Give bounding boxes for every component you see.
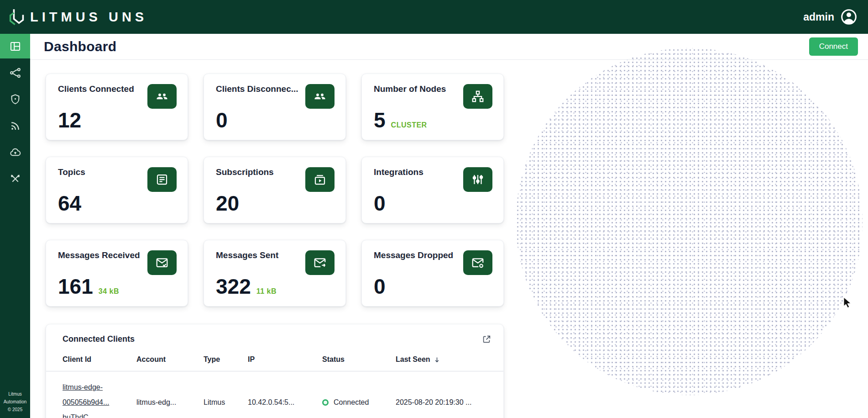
- card-title: Clients Disconnec...: [216, 84, 298, 94]
- dashboard-icon: [9, 40, 21, 53]
- card-title: Integrations: [374, 167, 424, 177]
- col-header-account[interactable]: Account: [136, 350, 204, 371]
- groups-icon: [305, 84, 335, 109]
- card-value: 20: [216, 193, 239, 214]
- tune-icon: [463, 167, 492, 192]
- litmus-logo-icon: [7, 8, 26, 26]
- card-value: 322: [216, 276, 251, 297]
- sidebar-item-security[interactable]: [0, 87, 30, 111]
- mail-dropped-icon: [463, 250, 492, 275]
- stat-card-integrations: Integrations 0: [361, 157, 504, 223]
- card-value: 161: [58, 276, 93, 297]
- sidebar-item-flows[interactable]: [0, 60, 30, 85]
- card-value: 12: [58, 110, 81, 131]
- stat-card-clients-connected: Clients Connected 12: [46, 74, 188, 140]
- brand-title: LITMUS UNS: [30, 10, 147, 25]
- mail-sent-icon: [305, 250, 335, 275]
- card-title: Topics: [58, 167, 87, 177]
- shield-icon: [9, 93, 21, 106]
- client-id-link[interactable]: litmus-edge- 005056b9d4... buThdC: [63, 380, 133, 418]
- rss-icon: [9, 120, 21, 132]
- col-header-client-id[interactable]: Client Id: [46, 350, 136, 371]
- card-value: 5: [374, 110, 386, 131]
- connect-button[interactable]: Connect: [809, 37, 858, 56]
- sidebar-item-cloud[interactable]: [0, 140, 30, 164]
- sort-descending-icon[interactable]: [433, 355, 441, 364]
- card-value: 64: [58, 193, 81, 214]
- card-title: Clients Connected: [58, 84, 134, 94]
- card-value: 0: [374, 276, 386, 297]
- connected-clients-panel: Connected Clients Client Id Account Type…: [46, 324, 504, 418]
- card-title: Subscriptions: [216, 167, 274, 177]
- footer-line: Litmus: [4, 390, 27, 398]
- panel-title: Connected Clients: [63, 334, 135, 344]
- user-avatar-icon[interactable]: [840, 8, 858, 26]
- page-title: Dashboard: [44, 39, 116, 54]
- user-area[interactable]: admin: [803, 8, 858, 26]
- sidebar-item-tools[interactable]: [0, 166, 30, 191]
- cell-account: litmus-edg...: [136, 371, 204, 418]
- open-in-new-icon[interactable]: [481, 334, 492, 344]
- main-content: Dashboard Connect Clients Connected 12: [30, 34, 868, 418]
- cell-type: Litmus: [204, 371, 248, 418]
- connected-clients-table: Client Id Account Type IP Status Last Se…: [46, 350, 503, 418]
- col-header-ip[interactable]: IP: [248, 350, 322, 371]
- titlebar: Dashboard Connect: [30, 34, 868, 60]
- card-title: Messages Sent: [216, 250, 278, 260]
- cloud-icon: [9, 146, 21, 159]
- card-badge: CLUSTER: [391, 121, 427, 129]
- col-header-last-seen[interactable]: Last Seen: [396, 350, 503, 371]
- card-value: 0: [216, 110, 228, 131]
- stat-card-messages-sent: Messages Sent 322 11 kB: [204, 240, 346, 307]
- article-icon: [147, 167, 177, 192]
- table-header-row: Client Id Account Type IP Status Last Se…: [46, 350, 503, 371]
- user-name: admin: [803, 11, 834, 23]
- stat-cards-grid: Clients Connected 12 Clients Disconnec..…: [46, 74, 504, 307]
- sidebar-footer: Litmus Automation © 2025: [4, 390, 27, 418]
- table-row[interactable]: litmus-edge- 005056b9d4... buThdC litmus…: [46, 371, 503, 418]
- groups-icon: [147, 84, 177, 109]
- cluster-icon: [463, 84, 492, 109]
- app-header: LITMUS UNS admin: [0, 0, 868, 34]
- sidebar-item-streams[interactable]: [0, 113, 30, 138]
- card-badge: 34 kB: [99, 287, 119, 296]
- card-title: Number of Nodes: [374, 84, 446, 94]
- stat-card-number-of-nodes: Number of Nodes 5 CLUSTER: [361, 74, 504, 140]
- col-header-status[interactable]: Status: [322, 350, 396, 371]
- stat-card-clients-disconnected: Clients Disconnec... 0: [204, 74, 346, 140]
- footer-line: © 2025: [4, 406, 27, 413]
- card-value: 0: [374, 193, 386, 214]
- stat-card-topics: Topics 64: [46, 157, 188, 223]
- col-header-label: Last Seen: [396, 355, 430, 364]
- flow-icon: [9, 67, 21, 79]
- brand[interactable]: LITMUS UNS: [7, 8, 147, 26]
- stat-card-messages-dropped: Messages Dropped 0: [361, 240, 504, 307]
- tools-icon: [9, 173, 21, 185]
- card-badge: 11 kB: [256, 287, 277, 296]
- subscriptions-icon: [305, 167, 335, 192]
- sidebar: Litmus Automation © 2025: [0, 34, 30, 418]
- cell-ip: 10.42.0.54:5...: [248, 371, 322, 418]
- status-connected-icon: [322, 399, 329, 406]
- cell-last-seen: 2025-08-20 20:19:30 ...: [396, 371, 503, 418]
- card-title: Messages Dropped: [374, 250, 453, 260]
- stat-card-subscriptions: Subscriptions 20: [204, 157, 346, 223]
- stat-card-messages-received: Messages Received 161 34 kB: [46, 240, 188, 307]
- col-header-type[interactable]: Type: [204, 350, 248, 371]
- footer-line: Automation: [4, 398, 27, 406]
- mail-received-icon: [147, 250, 177, 275]
- sidebar-item-dashboard[interactable]: [0, 34, 30, 58]
- status-label: Connected: [334, 398, 369, 407]
- card-title: Messages Received: [58, 250, 140, 260]
